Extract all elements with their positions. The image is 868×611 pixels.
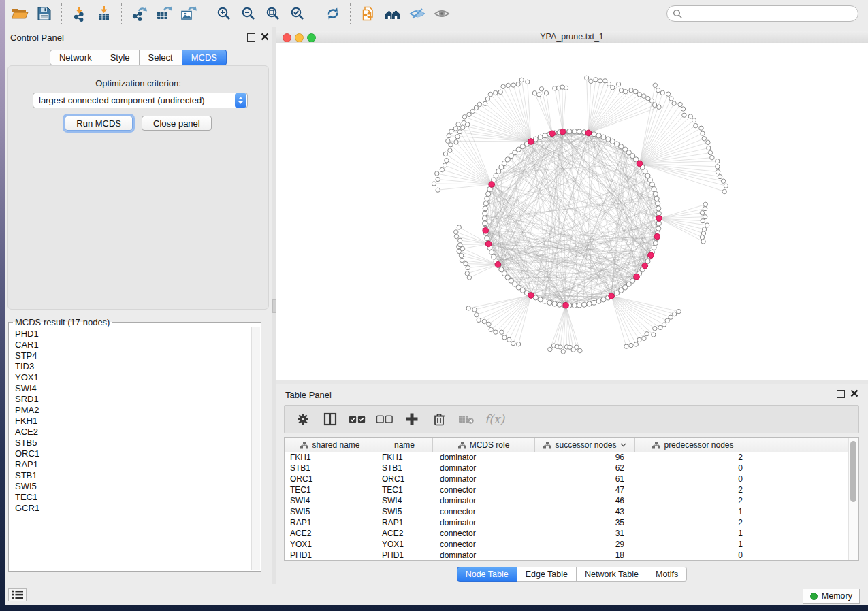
network-dominator-node[interactable] — [609, 293, 615, 299]
network-dominator-node[interactable] — [485, 241, 492, 247]
network-leaf-node[interactable] — [701, 219, 705, 223]
network-node[interactable] — [649, 182, 654, 187]
tab-edge-table[interactable]: Edge Table — [517, 567, 577, 582]
network-leaf-node[interactable] — [682, 113, 686, 117]
network-node[interactable] — [653, 191, 658, 196]
network-leaf-node[interactable] — [672, 101, 676, 105]
network-leaf-node[interactable] — [645, 332, 649, 336]
network-graph[interactable] — [276, 43, 868, 380]
network-node[interactable] — [486, 191, 491, 196]
network-leaf-node[interactable] — [692, 118, 696, 122]
table-settings-button[interactable] — [294, 410, 312, 428]
network-node[interactable] — [547, 300, 552, 305]
network-node[interactable] — [543, 133, 547, 138]
float-table-panel-icon[interactable] — [837, 390, 845, 398]
network-leaf-node[interactable] — [652, 333, 656, 337]
network-dominator-node[interactable] — [528, 293, 534, 299]
network-leaf-node[interactable] — [455, 135, 460, 139]
network-node[interactable] — [601, 135, 606, 139]
mcds-result-scrollbar[interactable] — [251, 327, 260, 570]
tab-mcds[interactable]: MCDS — [182, 50, 227, 65]
table-scrollbar[interactable] — [848, 438, 858, 560]
table-scrollbar-thumb[interactable] — [850, 441, 856, 502]
network-node[interactable] — [592, 132, 596, 137]
run-mcds-button[interactable]: Run MCDS — [65, 116, 133, 131]
houses-button[interactable] — [381, 3, 405, 24]
table-row[interactable]: TEC1TEC1connector472 — [285, 484, 849, 495]
network-leaf-node[interactable] — [702, 137, 706, 141]
network-leaf-node[interactable] — [456, 122, 460, 127]
network-leaf-node[interactable] — [657, 105, 661, 109]
network-leaf-node[interactable] — [678, 102, 682, 106]
network-leaf-node[interactable] — [575, 345, 579, 349]
network-node[interactable] — [552, 301, 557, 306]
network-leaf-node[interactable] — [669, 97, 673, 101]
search-input[interactable] — [686, 8, 852, 20]
apply-layout-button[interactable] — [321, 3, 345, 24]
tab-select[interactable]: Select — [140, 50, 182, 65]
network-leaf-node[interactable] — [465, 271, 469, 276]
column-header-predecessor-nodes[interactable]: predecessor nodes — [635, 438, 751, 452]
network-leaf-node[interactable] — [458, 238, 462, 242]
network-leaf-node[interactable] — [449, 143, 453, 147]
network-leaf-node[interactable] — [464, 261, 468, 265]
network-leaf-node[interactable] — [578, 348, 582, 352]
network-dominator-node[interactable] — [563, 302, 569, 308]
network-from-selection-button[interactable] — [356, 3, 381, 24]
network-node[interactable] — [482, 216, 487, 220]
network-node[interactable] — [538, 135, 543, 139]
column-header-shared-name[interactable]: shared name — [285, 438, 376, 452]
network-node[interactable] — [656, 201, 660, 206]
zoom-in-button[interactable] — [212, 3, 236, 24]
network-leaf-node[interactable] — [703, 215, 707, 219]
network-leaf-node[interactable] — [637, 93, 641, 97]
network-leaf-node[interactable] — [694, 123, 698, 127]
network-leaf-node[interactable] — [665, 318, 669, 323]
network-leaf-node[interactable] — [716, 165, 720, 169]
table-row[interactable]: ORC1ORC1dominator610 — [285, 474, 849, 484]
horizontal-splitter[interactable] — [276, 380, 868, 384]
network-leaf-node[interactable] — [594, 78, 598, 82]
open-file-button[interactable] — [7, 3, 32, 24]
mcds-result-item[interactable]: CAR1 — [15, 340, 252, 350]
network-leaf-node[interactable] — [724, 184, 728, 188]
network-node[interactable] — [567, 129, 572, 134]
network-canvas[interactable] — [276, 43, 868, 380]
network-leaf-node[interactable] — [498, 90, 502, 94]
network-dominator-node[interactable] — [549, 131, 556, 137]
network-leaf-node[interactable] — [677, 309, 681, 313]
network-leaf-node[interactable] — [660, 90, 664, 95]
network-node[interactable] — [577, 303, 581, 308]
network-dominator-node[interactable] — [637, 161, 643, 167]
mcds-result-item[interactable]: ORC1 — [15, 448, 252, 459]
mcds-result-list[interactable]: PHD1CAR1STP4TID3YOX1SWI4SRD1PMA2FKH1ACE2… — [10, 327, 252, 570]
network-leaf-node[interactable] — [624, 90, 628, 94]
close-panel-icon[interactable] — [261, 33, 269, 41]
tab-motifs[interactable]: Motifs — [647, 567, 687, 582]
network-leaf-node[interactable] — [656, 88, 660, 92]
network-leaf-node[interactable] — [653, 83, 657, 87]
network-leaf-node[interactable] — [485, 97, 489, 101]
export-network-button[interactable] — [127, 3, 152, 24]
show-hidden-button[interactable] — [430, 3, 454, 24]
network-leaf-node[interactable] — [653, 327, 657, 331]
optimization-criterion-select[interactable]: largest connected component (undirected) — [33, 93, 248, 108]
save-session-button[interactable] — [32, 3, 57, 24]
network-leaf-node[interactable] — [710, 156, 714, 160]
network-leaf-node[interactable] — [511, 341, 515, 345]
table-row[interactable]: SWI4SWI4dominator462 — [285, 495, 849, 506]
network-dominator-node[interactable] — [642, 263, 648, 269]
network-leaf-node[interactable] — [462, 115, 466, 119]
network-leaf-node[interactable] — [502, 335, 507, 340]
network-view-titlebar[interactable]: YPA_prune.txt_1 — [276, 31, 868, 44]
network-leaf-node[interactable] — [721, 179, 725, 183]
mcds-result-item[interactable]: YOX1 — [15, 372, 252, 383]
network-node[interactable] — [483, 201, 488, 206]
column-header-name[interactable]: name — [376, 438, 433, 452]
close-table-panel-icon[interactable] — [850, 389, 858, 397]
network-node[interactable] — [656, 206, 661, 211]
network-leaf-node[interactable] — [457, 130, 462, 134]
network-leaf-node[interactable] — [449, 129, 453, 133]
network-leaf-node[interactable] — [629, 88, 633, 93]
mcds-result-item[interactable]: TID3 — [15, 361, 252, 372]
